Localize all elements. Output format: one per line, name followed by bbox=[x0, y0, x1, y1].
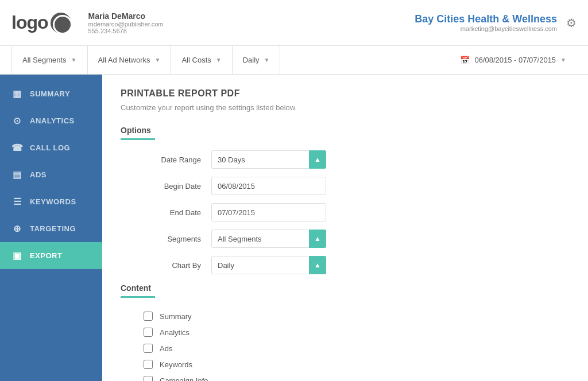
end-date-row: End Date bbox=[121, 203, 570, 221]
filter-bar: All Segments ▼ All Ad Networks ▼ All Cos… bbox=[0, 46, 588, 75]
checkbox-analytics: Analytics bbox=[121, 324, 570, 340]
date-range-row: Date Range 30 Days 7 Days 60 Days 90 Day… bbox=[121, 150, 570, 169]
filter-costs[interactable]: All Costs ▼ bbox=[171, 46, 232, 74]
page-subtitle: Customize your report using the settings… bbox=[121, 103, 570, 112]
segments-select-wrapper: All Segments ▲ bbox=[211, 230, 326, 248]
end-date-label: End Date bbox=[144, 208, 201, 217]
sidebar-item-keywords[interactable]: ☰ KEYWORDS bbox=[0, 188, 102, 215]
checkbox-summary: Summary bbox=[121, 308, 570, 324]
analytics-icon: ⊙ bbox=[11, 115, 23, 126]
keywords-icon: ☰ bbox=[11, 196, 23, 207]
filter-segments-label: All Segments bbox=[22, 56, 67, 64]
segments-arrow-icon: ▼ bbox=[71, 57, 77, 63]
begin-date-row: Begin Date bbox=[121, 177, 570, 195]
segments-select[interactable]: All Segments bbox=[211, 230, 326, 248]
sidebar-item-analytics[interactable]: ⊙ ANALYTICS bbox=[0, 107, 102, 134]
company-email: marketing@baycitieswellness.com bbox=[415, 25, 557, 32]
segments-row: Segments All Segments ▲ bbox=[121, 230, 570, 248]
sidebar-item-export[interactable]: ▣ EXPORT bbox=[0, 242, 102, 269]
call-log-icon: ☎ bbox=[11, 142, 23, 153]
company-info: Bay Cities Health & Wellness marketing@b… bbox=[415, 13, 557, 32]
date-range-select[interactable]: 30 Days 7 Days 60 Days 90 Days bbox=[211, 150, 326, 169]
logo-circle-icon bbox=[51, 13, 71, 33]
options-underline bbox=[121, 138, 155, 140]
summary-checkbox-label: Summary bbox=[160, 312, 192, 321]
campaign-info-checkbox[interactable] bbox=[144, 376, 153, 381]
filter-ad-networks[interactable]: All Ad Networks ▼ bbox=[88, 46, 172, 74]
sidebar: ▦ SUMMARY ⊙ ANALYTICS ☎ CALL LOG ▤ ADS ☰… bbox=[0, 75, 102, 381]
user-info: Maria DeMarco mdemarco@publisher.com 555… bbox=[88, 11, 164, 34]
date-range-arrow-icon: ▼ bbox=[560, 57, 566, 63]
summary-icon: ▦ bbox=[11, 88, 23, 99]
content-section-label: Content bbox=[121, 283, 570, 293]
sidebar-label-call-log: CALL LOG bbox=[30, 143, 70, 152]
export-icon: ▣ bbox=[11, 250, 23, 261]
main-layout: ▦ SUMMARY ⊙ ANALYTICS ☎ CALL LOG ▤ ADS ☰… bbox=[0, 75, 588, 381]
filter-segments[interactable]: All Segments ▼ bbox=[11, 46, 88, 74]
checkbox-keywords: Keywords bbox=[121, 356, 570, 372]
end-date-input[interactable] bbox=[211, 203, 326, 221]
campaign-info-checkbox-label: Campaign Info bbox=[160, 376, 208, 382]
user-email: mdemarco@publisher.com bbox=[88, 21, 164, 28]
content-area: PRINTABLE REPORT PDF Customize your repo… bbox=[102, 75, 588, 381]
sidebar-item-ads[interactable]: ▤ ADS bbox=[0, 161, 102, 188]
sidebar-label-keywords: KEYWORDS bbox=[30, 197, 76, 206]
keywords-checkbox[interactable] bbox=[144, 360, 153, 369]
sidebar-label-analytics: ANALYTICS bbox=[30, 116, 75, 125]
sidebar-label-ads: ADS bbox=[30, 170, 47, 179]
date-range-label: 06/08/2015 - 07/07/2015 bbox=[474, 56, 556, 64]
filter-date-range[interactable]: 📅 06/08/2015 - 07/07/2015 ▼ bbox=[450, 46, 577, 74]
ad-networks-arrow-icon: ▼ bbox=[155, 57, 161, 63]
content-underline bbox=[121, 296, 155, 298]
chart-by-row: Chart By Daily Weekly Monthly ▲ bbox=[121, 256, 570, 274]
settings-icon[interactable]: ⚙ bbox=[566, 16, 577, 30]
date-range-select-wrapper: 30 Days 7 Days 60 Days 90 Days ▲ bbox=[211, 150, 326, 169]
analytics-checkbox-label: Analytics bbox=[160, 328, 189, 337]
filter-costs-label: All Costs bbox=[181, 56, 211, 64]
sidebar-label-summary: SUMMARY bbox=[30, 90, 70, 98]
header: logo Maria DeMarco mdemarco@publisher.co… bbox=[0, 0, 588, 46]
filter-period-label: Daily bbox=[243, 56, 260, 64]
summary-checkbox[interactable] bbox=[144, 312, 153, 321]
chart-by-select[interactable]: Daily Weekly Monthly bbox=[211, 256, 326, 274]
ads-checkbox[interactable] bbox=[144, 344, 153, 353]
sidebar-label-export: EXPORT bbox=[30, 251, 62, 260]
ads-icon: ▤ bbox=[11, 169, 23, 180]
sidebar-label-targeting: TARGETING bbox=[30, 224, 76, 233]
user-phone: 555.234.5678 bbox=[88, 28, 164, 34]
sidebar-item-summary[interactable]: ▦ SUMMARY bbox=[0, 80, 102, 107]
filter-period[interactable]: Daily ▼ bbox=[233, 46, 281, 74]
filter-ad-networks-label: All Ad Networks bbox=[98, 56, 150, 64]
costs-arrow-icon: ▼ bbox=[216, 57, 222, 63]
begin-date-label: Begin Date bbox=[144, 182, 201, 190]
ads-checkbox-label: Ads bbox=[160, 344, 172, 353]
sidebar-item-call-log[interactable]: ☎ CALL LOG bbox=[0, 134, 102, 161]
user-name: Maria DeMarco bbox=[88, 11, 164, 21]
header-right: Bay Cities Health & Wellness marketing@b… bbox=[415, 13, 577, 32]
sidebar-item-targeting[interactable]: ⊕ TARGETING bbox=[0, 215, 102, 242]
logo: logo bbox=[11, 12, 71, 33]
page-title: PRINTABLE REPORT PDF bbox=[121, 88, 570, 99]
company-name: Bay Cities Health & Wellness bbox=[415, 13, 557, 25]
period-arrow-icon: ▼ bbox=[264, 57, 270, 63]
analytics-checkbox[interactable] bbox=[144, 328, 153, 337]
calendar-icon: 📅 bbox=[460, 56, 470, 65]
checkbox-campaign-info: Campaign Info bbox=[121, 372, 570, 381]
keywords-checkbox-label: Keywords bbox=[160, 360, 192, 369]
chart-by-select-wrapper: Daily Weekly Monthly ▲ bbox=[211, 256, 326, 274]
date-range-label: Date Range bbox=[144, 155, 201, 164]
segments-label: Segments bbox=[144, 235, 201, 243]
targeting-icon: ⊕ bbox=[11, 223, 23, 234]
options-section-label: Options bbox=[121, 126, 570, 135]
chart-by-label: Chart By bbox=[144, 261, 201, 270]
begin-date-input[interactable] bbox=[211, 177, 326, 195]
checkbox-ads: Ads bbox=[121, 340, 570, 356]
